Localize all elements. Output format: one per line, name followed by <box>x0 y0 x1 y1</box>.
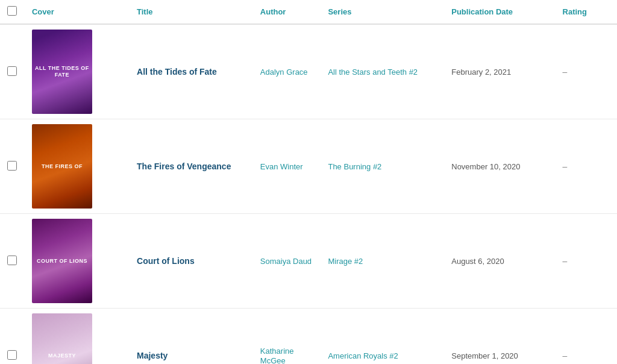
row-3-series[interactable]: Mirage #2 <box>328 257 363 266</box>
row-4-rating: – <box>563 351 568 360</box>
header-cover: Cover <box>25 0 130 24</box>
row-4-checkbox-cell <box>0 309 25 365</box>
header-pubdate: Publication Date <box>444 0 555 24</box>
row-4-title[interactable]: Majesty <box>137 351 168 360</box>
row-2-title[interactable]: The Fires of Vengeance <box>137 162 231 171</box>
header-series: Series <box>321 0 444 24</box>
row-3-author[interactable]: Somaiya Daud <box>260 257 312 266</box>
select-all-checkbox[interactable] <box>7 6 17 16</box>
header-title: Title <box>130 0 253 24</box>
header-author: Author <box>253 0 321 24</box>
row-2-series-cell: The Burning #2 <box>321 119 444 214</box>
row-4-author[interactable]: Katharine McGee <box>260 347 294 364</box>
row-1-series[interactable]: All the Stars and Teeth #2 <box>328 67 418 77</box>
row-2-series[interactable]: The Burning #2 <box>328 162 381 171</box>
table-row: THE FIRES OFThe Fires of VengeanceEvan W… <box>0 119 617 214</box>
row-4-author-cell: Katharine McGee <box>253 309 321 365</box>
row-2-rating: – <box>563 162 568 171</box>
row-1-author[interactable]: Adalyn Grace <box>260 67 308 77</box>
row-2-author[interactable]: Evan Winter <box>260 162 303 171</box>
row-3-title[interactable]: Court of Lions <box>137 256 195 266</box>
row-2-checkbox[interactable] <box>7 161 17 171</box>
row-1-rating-cell: – <box>556 24 617 119</box>
row-4-cover: MAJESTY <box>32 313 92 364</box>
row-3-rating-cell: – <box>556 214 617 309</box>
row-3-author-cell: Somaiya Daud <box>253 214 321 309</box>
row-2-title-cell: The Fires of Vengeance <box>130 119 253 214</box>
row-1-pubdate: February 2, 2021 <box>451 67 511 77</box>
row-4-series[interactable]: American Royals #2 <box>328 351 398 360</box>
row-3-pubdate-cell: August 6, 2020 <box>444 214 555 309</box>
row-2-pubdate-cell: November 10, 2020 <box>444 119 555 214</box>
row-1-series-cell: All the Stars and Teeth #2 <box>321 24 444 119</box>
table-row: COURT OF LIONSCourt of LionsSomaiya Daud… <box>0 214 617 309</box>
table-row: ALL THE TIDES OF FATEAll the Tides of Fa… <box>0 24 617 119</box>
row-1-cover-cell: ALL THE TIDES OF FATE <box>25 24 130 119</box>
row-2-cover: THE FIRES OF <box>32 124 92 209</box>
row-1-author-cell: Adalyn Grace <box>253 24 321 119</box>
row-4-title-cell: Majesty <box>130 309 253 365</box>
row-1-title[interactable]: All the Tides of Fate <box>137 67 217 77</box>
row-3-cover-cell: COURT OF LIONS <box>25 214 130 309</box>
table-body: ALL THE TIDES OF FATEAll the Tides of Fa… <box>0 24 617 364</box>
row-2-checkbox-cell <box>0 119 25 214</box>
row-1-rating: – <box>563 67 568 77</box>
row-3-title-cell: Court of Lions <box>130 214 253 309</box>
row-1-title-cell: All the Tides of Fate <box>130 24 253 119</box>
row-4-checkbox[interactable] <box>7 350 17 360</box>
row-3-pubdate: August 6, 2020 <box>451 257 504 266</box>
row-1-checkbox-cell <box>0 24 25 119</box>
row-1-checkbox[interactable] <box>7 66 17 76</box>
row-3-checkbox-cell <box>0 214 25 309</box>
row-3-cover: COURT OF LIONS <box>32 219 92 303</box>
book-list-container: Cover Title Author Series Publication Da… <box>0 0 617 364</box>
row-2-cover-cell: THE FIRES OF <box>25 119 130 214</box>
table-header-row: Cover Title Author Series Publication Da… <box>0 0 617 24</box>
header-checkbox-col <box>0 0 25 24</box>
row-4-pubdate-cell: September 1, 2020 <box>444 309 555 365</box>
row-3-series-cell: Mirage #2 <box>321 214 444 309</box>
book-table: Cover Title Author Series Publication Da… <box>0 0 617 364</box>
row-3-rating: – <box>563 256 568 266</box>
row-2-rating-cell: – <box>556 119 617 214</box>
header-rating: Rating <box>556 0 617 24</box>
row-1-pubdate-cell: February 2, 2021 <box>444 24 555 119</box>
row-2-pubdate: November 10, 2020 <box>451 162 520 171</box>
row-4-cover-cell: MAJESTY <box>25 309 130 365</box>
row-4-rating-cell: – <box>556 309 617 365</box>
row-2-author-cell: Evan Winter <box>253 119 321 214</box>
row-3-checkbox[interactable] <box>7 256 17 265</box>
row-4-pubdate: September 1, 2020 <box>451 351 518 360</box>
row-1-cover: ALL THE TIDES OF FATE <box>32 30 92 114</box>
row-4-series-cell: American Royals #2 <box>321 309 444 365</box>
table-row: MAJESTYMajestyKatharine McGeeAmerican Ro… <box>0 309 617 365</box>
